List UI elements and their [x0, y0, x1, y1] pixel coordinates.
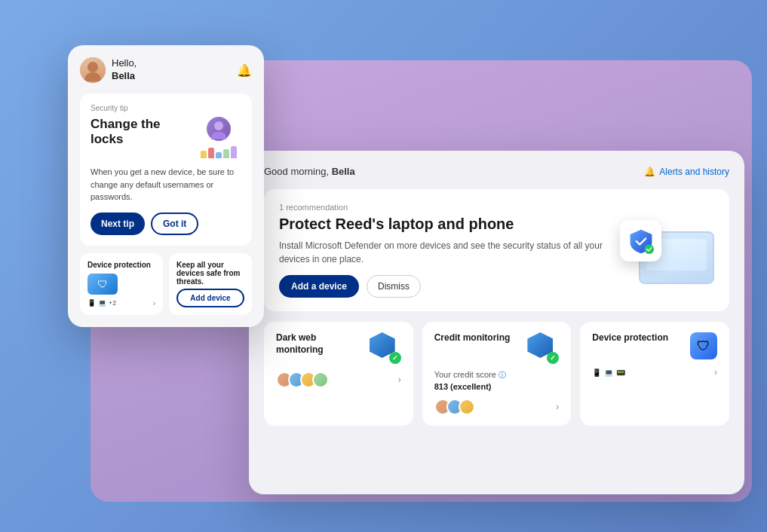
device-count: +2 [109, 299, 116, 307]
mobile-header: Hello, Bella 🔔 [80, 57, 252, 83]
desktop-header: Good morning, Bella 🔔 Alerts and history [264, 166, 729, 177]
credit-score-value: 813 (excellent) [434, 382, 560, 391]
notification-bell-icon[interactable]: 🔔 [237, 63, 252, 78]
tablet-small-icon: 📟 [616, 368, 625, 377]
credit-avatar-3 [459, 399, 475, 415]
tip-buttons: Next tip Got it [91, 212, 241, 235]
hello-prefix: Hello, [112, 57, 137, 69]
lock-bar-3 [216, 152, 222, 158]
desktop-greeting: Good morning, Bella [264, 166, 355, 177]
device-protection-chevron[interactable]: › [153, 299, 155, 307]
dark-web-monitoring-card: Dark webmonitoring ✓ › [264, 322, 413, 426]
credit-chevron[interactable]: › [556, 402, 559, 412]
tip-title: Change the locks [91, 117, 190, 148]
desktop-username: Bella [332, 166, 355, 177]
tip-icon-area [196, 117, 241, 158]
device-protection-chevron[interactable]: › [714, 367, 717, 378]
person-icon [207, 117, 231, 141]
mobile-card: Hello, Bella 🔔 Security tip Change the l… [68, 45, 264, 327]
avatar-image [80, 57, 106, 83]
credit-avatars [434, 399, 471, 415]
shield-svg [627, 228, 655, 255]
bell-icon: 🔔 [644, 167, 655, 177]
lock-bar-4 [223, 149, 229, 158]
got-it-button[interactable]: Got it [151, 212, 198, 235]
greeting-text: Good morning, [264, 166, 329, 177]
credit-title: Credit monitoring [434, 332, 511, 344]
alerts-history-link[interactable]: 🔔 Alerts and history [644, 167, 729, 177]
shield-check-icon: 🛡 [697, 338, 710, 354]
credit-score-label: Your credit score ⓘ [434, 370, 560, 381]
avatar-4 [312, 371, 329, 388]
laptop-illustration [616, 216, 714, 284]
device-protection-desktop-card: Device protection 🛡 📱 💻 📟 › [580, 322, 729, 426]
device-protection-desktop-icon: 🛡 [690, 332, 717, 359]
tip-description: When you get a new device, be sure to ch… [91, 166, 241, 203]
credit-footer: › [434, 399, 560, 415]
rec-description: Install Microsoft Defender on more devic… [279, 239, 604, 266]
dark-web-icon-container: ✓ [370, 332, 401, 364]
next-tip-button[interactable]: Next tip [91, 212, 145, 235]
dark-web-avatars [276, 371, 324, 388]
laptop-small-icon: 💻 [604, 368, 613, 377]
desktop-card: Good morning, Bella 🔔 Alerts and history… [249, 151, 744, 494]
phone-icon: 📱 [87, 299, 96, 307]
add-device-mobile-button[interactable]: Add device [176, 289, 244, 307]
device-protection-desktop-title: Device protection [592, 332, 668, 344]
device-protection-footer: 📱 💻 📟 › [592, 367, 717, 378]
greeting-text: Hello, Bella [112, 57, 137, 83]
mobile-header-left: Hello, Bella [80, 57, 137, 83]
shield-device-icon: 🛡 [87, 274, 118, 295]
credit-monitoring-card: Credit monitoring ✓ Your credit score ⓘ … [422, 322, 572, 426]
lock-bar-1 [201, 151, 207, 158]
avatar [80, 57, 106, 83]
device-protection-title: Device protection [87, 261, 155, 269]
mobile-bottom-cards: Device protection 🛡 📱 💻 +2 › Keep all yo… [80, 253, 252, 315]
tip-title-text: Change the locks [91, 117, 190, 148]
device-protection-image: 🛡 [87, 274, 118, 295]
dismiss-button[interactable]: Dismiss [367, 275, 421, 298]
device-protection-card: Device protection 🛡 📱 💻 +2 › [80, 253, 163, 315]
device-protection-header: Device protection 🛡 [592, 332, 717, 359]
lock-bar-2 [208, 148, 214, 158]
tip-label: Security tip [91, 104, 241, 112]
info-icon: ⓘ [499, 371, 506, 379]
add-device-card-title: Keep all your devices safe from threats. [176, 261, 244, 286]
dark-web-title: Dark webmonitoring [276, 332, 324, 356]
add-device-card: Keep all your devices safe from threats.… [169, 253, 252, 315]
add-device-button[interactable]: Add a device [279, 275, 359, 298]
laptop-icon: 💻 [98, 299, 106, 307]
dark-web-header: Dark webmonitoring ✓ [276, 332, 401, 364]
dark-web-footer: › [276, 371, 401, 388]
rec-title: Protect Reed's laptop and phone [279, 215, 604, 233]
locks-bar [201, 146, 237, 158]
credit-header: Credit monitoring ✓ [434, 332, 560, 364]
rec-content: 1 recommendation Protect Reed's laptop a… [279, 203, 604, 298]
tip-content: Change the locks [91, 117, 241, 158]
lock-bar-5 [231, 146, 237, 158]
credit-check-badge: ✓ [547, 352, 559, 364]
shield-overlay [620, 220, 661, 261]
device-icons: 📱 💻 📟 [592, 368, 625, 377]
credit-icon-container: ✓ [527, 332, 559, 364]
dark-web-chevron[interactable]: › [398, 375, 401, 385]
recommendation-card: 1 recommendation Protect Reed's laptop a… [264, 189, 729, 311]
bottom-cards-row: Dark webmonitoring ✓ › Credit monitorin [264, 322, 729, 426]
device-icons-row: 📱 💻 +2 › [87, 299, 155, 307]
alerts-label: Alerts and history [659, 167, 729, 177]
svg-point-0 [644, 244, 654, 254]
rec-count-label: 1 recommendation [279, 203, 604, 212]
rec-buttons: Add a device Dismiss [279, 275, 604, 298]
check-badge-icon: ✓ [389, 352, 401, 364]
mobile-username: Bella [112, 70, 137, 83]
phone-small-icon: 📱 [592, 368, 601, 377]
security-tip-card: Security tip Change the locks When you g… [80, 93, 252, 246]
